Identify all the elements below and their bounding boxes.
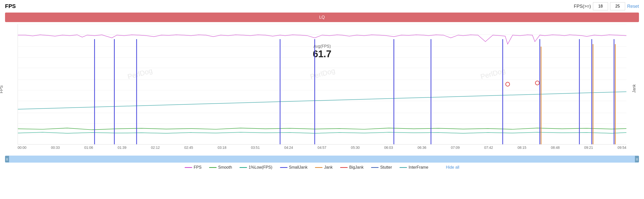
legend-interframe-line [399,167,407,168]
x-tick-4: 02:12 [151,146,160,150]
x-tick-16: 08:48 [551,146,560,150]
legend-stutter-line [371,167,379,168]
svg-point-29 [535,81,539,85]
x-tick-5: 02:45 [184,146,193,150]
legend-fps-label: FPS [194,165,202,170]
x-tick-14: 07:42 [484,146,493,150]
lq-label: LQ [319,15,325,20]
x-axis: 00:00 00:33 01:06 01:39 02:12 02:45 03:1… [18,145,626,150]
header: FPS FPS(>=) Reset [0,0,644,13]
x-tick-18: 09:54 [618,146,626,150]
fps-label: FPS(>=) [574,4,591,9]
jank-axis-label: Jank [632,84,636,93]
x-tick-8: 04:24 [284,146,293,150]
legend: FPS Smooth 1%Low(FPS) SmallJank Jank Big… [0,164,644,171]
legend-smooth-line [209,167,217,168]
x-tick-2: 01:06 [84,146,93,150]
legend-smalljank: SmallJank [280,165,308,170]
legend-fps: FPS [185,165,202,170]
legend-stutter-label: Stutter [380,165,392,170]
chart-svg [18,24,626,144]
x-tick-9: 04:57 [317,146,326,150]
x-tick-6: 03:18 [218,146,226,150]
x-tick-0: 00:00 [18,146,26,150]
legend-smalljank-line [280,167,288,168]
y-axis-label: FPS [0,85,4,93]
legend-jank: Jank [315,165,333,170]
hide-all-button[interactable]: Hide all [446,165,459,170]
legend-1plow-line [239,167,247,168]
legend-smalljank-label: SmallJank [289,165,308,170]
x-tick-15: 08:15 [517,146,526,150]
fps-input-1[interactable] [593,2,608,10]
x-tick-17: 09:21 [584,146,593,150]
legend-interframe: InterFrame [399,165,428,170]
x-tick-1: 00:33 [51,146,60,150]
fps-controls: FPS(>=) Reset [574,2,639,10]
legend-smooth: Smooth [209,165,232,170]
scroll-handle-left[interactable]: ||| [5,156,9,162]
legend-bigjank-line [340,167,348,168]
legend-fps-line [185,167,192,168]
svg-line-12 [18,92,626,109]
reset-button[interactable]: Reset [627,4,639,9]
x-tick-13: 07:09 [451,146,460,150]
scroll-handle-right[interactable]: ||| [635,156,639,162]
x-tick-10: 05:30 [351,146,360,150]
lq-bar: LQ [5,13,639,22]
fps-input-2[interactable] [610,2,625,10]
chart-container: FPS PerlDog PerlDog PerlDog 0 6 12 18 25… [5,24,639,155]
legend-jank-line [315,167,323,168]
x-tick-3: 01:39 [117,146,126,150]
legend-stutter: Stutter [371,165,392,170]
x-tick-11: 06:03 [384,146,393,150]
x-tick-7: 03:51 [251,146,260,150]
legend-bigjank: BigJank [340,165,364,170]
chart-area[interactable]: PerlDog PerlDog PerlDog 0 6 12 18 25 31 … [18,24,626,145]
legend-smooth-label: Smooth [218,165,232,170]
x-tick-12: 06:36 [418,146,426,150]
legend-interframe-label: InterFrame [409,165,428,170]
legend-bigjank-label: BigJank [349,165,364,170]
svg-point-28 [506,82,510,86]
scrollbar[interactable]: ||| ||| [5,156,639,163]
page-title: FPS [5,3,16,10]
legend-1plow-label: 1%Low(FPS) [249,165,272,170]
legend-jank-label: Jank [324,165,333,170]
legend-1plow: 1%Low(FPS) [239,165,272,170]
